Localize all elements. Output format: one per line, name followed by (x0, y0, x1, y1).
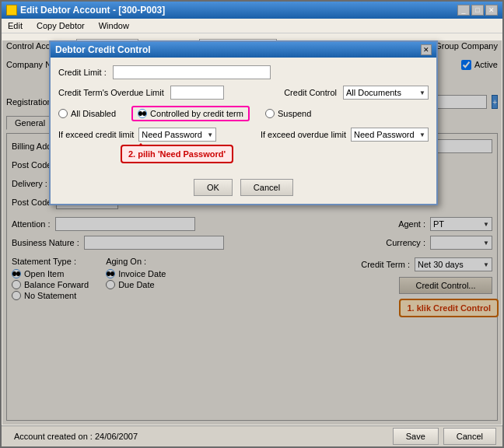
account-created-label: Account created on : (14, 432, 93, 441)
title-bar-left: Edit Debtor Account - [300-P003] (6, 5, 165, 16)
modal-overdue-label: Credit Term's Overdue Limit (58, 88, 164, 97)
modal-radio-controlled-btn[interactable] (138, 109, 147, 118)
maximize-button[interactable]: □ (471, 5, 484, 16)
modal-radio-all-disabled-btn[interactable] (58, 109, 68, 118)
minimize-button[interactable]: _ (457, 5, 470, 16)
exceed-overdue-value: Need Password (354, 130, 415, 139)
close-button[interactable]: ✕ (485, 5, 498, 16)
main-window: Edit Debtor Account - [300-P003] _ □ ✕ E… (0, 0, 504, 448)
status-footer: Account created on : 24/06/2007 Save Can… (2, 425, 502, 446)
account-created-value: 24/06/2007 (95, 432, 138, 441)
exceed-overdue-dropdown[interactable]: Need Password ▼ (351, 128, 429, 142)
modal-radio-all-disabled-label: All Disabled (71, 109, 116, 118)
status-bar: Account created on : 24/06/2007 (8, 429, 144, 443)
exceed-overdue-arrow: ▼ (419, 131, 425, 138)
modal-overdue-input[interactable]: 0.00 (170, 86, 224, 100)
modal-credit-limit-input[interactable]: 20,000.00 (113, 65, 271, 79)
cancel-button[interactable]: Cancel (443, 428, 496, 445)
modal-ok-button[interactable]: OK (194, 179, 233, 196)
modal-buttons: OK Cancel (58, 179, 429, 196)
menu-edit[interactable]: Edit (5, 20, 26, 31)
modal-radio-suspend-btn[interactable] (265, 109, 275, 118)
exceed-credit-label: If exceed credit limit (58, 130, 134, 139)
tab-content: Billing Address : Phone : Post Code Deli… (6, 133, 498, 421)
modal-title-bar: Debtor Credit Control ✕ (51, 42, 436, 58)
exceed-credit-row: If exceed credit limit Need Password ▼ I… (58, 128, 429, 142)
modal-radio-controlled-label: Controlled by credit term (150, 109, 243, 118)
annotation-text: 2. pilih 'Need Password' (128, 149, 226, 159)
modal-credit-limit-row: Credit Limit : 20,000.00 (58, 65, 429, 79)
exceed-section: If exceed credit limit Need Password ▼ I… (58, 128, 429, 142)
main-content: Control Account : 300-0000 ▼ Debtor Type… (2, 33, 502, 425)
modal-cancel-button[interactable]: Cancel (240, 179, 293, 196)
title-buttons: _ □ ✕ (457, 5, 498, 16)
window-icon (6, 5, 17, 16)
modal-body: Credit Limit : 20,000.00 Credit Term's O… (51, 58, 436, 204)
modal-credit-control-label: Credit Control (284, 88, 337, 97)
window-title: Edit Debtor Account - [300-P003] (20, 5, 165, 16)
exceed-credit-value: Need Password (142, 130, 202, 139)
modal-overlay: Debtor Credit Control ✕ Credit Limit : 2… (2, 40, 502, 425)
exceed-credit-arrow: ▼ (207, 131, 213, 138)
save-button[interactable]: Save (393, 428, 439, 445)
modal-radio-all-disabled[interactable]: All Disabled (58, 109, 116, 118)
modal-radio-suspend[interactable]: Suspend (265, 109, 311, 118)
modal-credit-control-value: All Documents (346, 88, 401, 97)
modal-debtor-credit-control: Debtor Credit Control ✕ Credit Limit : 2… (49, 40, 438, 205)
title-bar: Edit Debtor Account - [300-P003] _ □ ✕ (2, 2, 502, 19)
menu-bar: Edit Copy Debtor Window (2, 19, 502, 33)
modal-credit-control-arrow: ▼ (419, 89, 425, 96)
modal-radio-controlled[interactable]: Controlled by credit term (131, 106, 250, 121)
menu-copy-debtor[interactable]: Copy Debtor (33, 20, 88, 31)
annotation-need-password: 2. pilih 'Need Password' (121, 145, 233, 163)
modal-radio-group: All Disabled Controlled by credit term S… (58, 106, 429, 121)
exceed-overdue-label: If exceed overdue limit (261, 130, 346, 139)
menu-window[interactable]: Window (96, 20, 132, 31)
modal-radio-suspend-label: Suspend (278, 109, 311, 118)
modal-credit-control-dropdown[interactable]: All Documents ▼ (343, 86, 429, 100)
modal-credit-limit-label: Credit Limit : (58, 68, 107, 77)
annotation-spacer (58, 148, 429, 173)
footer-buttons: Save Cancel (393, 428, 496, 445)
modal-title: Debtor Credit Control (55, 44, 151, 55)
exceed-credit-dropdown[interactable]: Need Password ▼ (138, 128, 216, 142)
modal-close-button[interactable]: ✕ (421, 44, 432, 55)
modal-overdue-row: Credit Term's Overdue Limit 0.00 Credit … (58, 86, 429, 100)
